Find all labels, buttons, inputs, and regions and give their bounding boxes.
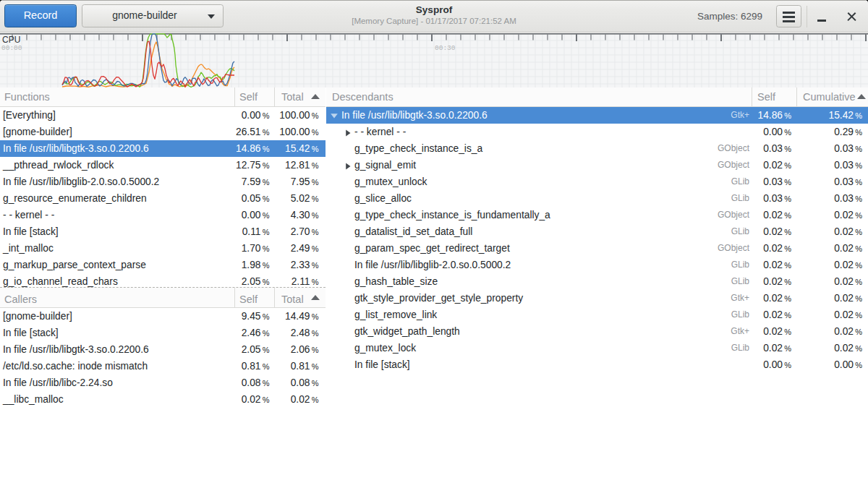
svg-text:00:00: 00:00 xyxy=(1,44,22,52)
svg-text:00:30: 00:30 xyxy=(435,44,456,52)
